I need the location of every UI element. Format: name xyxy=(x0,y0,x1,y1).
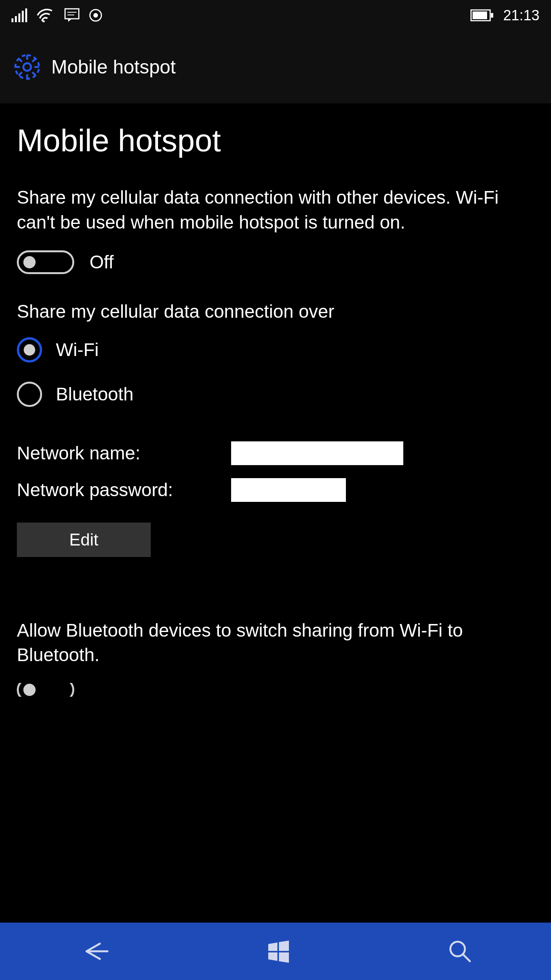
content: Mobile hotspot Share my cellular data co… xyxy=(0,103,551,697)
search-icon[interactable] xyxy=(448,939,472,964)
radio-wifi[interactable] xyxy=(17,337,42,363)
network-password-row: Network password: xyxy=(17,478,534,502)
toggle-knob xyxy=(23,684,36,696)
nav-bar xyxy=(0,923,551,980)
radio-bluetooth[interactable] xyxy=(17,382,42,407)
svg-marker-17 xyxy=(268,952,277,961)
radio-bluetooth-label: Bluetooth xyxy=(56,384,134,405)
svg-rect-3 xyxy=(22,11,24,22)
hotspot-toggle[interactable] xyxy=(17,250,74,274)
status-time: 21:13 xyxy=(503,7,540,24)
svg-rect-0 xyxy=(11,18,13,22)
network-name-label: Network name: xyxy=(17,443,231,464)
svg-point-14 xyxy=(23,63,31,71)
svg-rect-6 xyxy=(65,9,79,19)
hotspot-toggle-row: Off xyxy=(17,250,534,274)
radio-wifi-label: Wi-Fi xyxy=(56,339,99,360)
bluetooth-switch-section: Allow Bluetooth devices to switch sharin… xyxy=(17,618,534,697)
header: Mobile hotspot xyxy=(0,31,551,103)
wifi-icon xyxy=(37,8,55,22)
edit-button[interactable]: Edit xyxy=(17,523,151,557)
share-over-label: Share my cellular data connection over xyxy=(17,301,534,322)
svg-point-10 xyxy=(93,13,98,18)
bluetooth-toggle[interactable] xyxy=(17,683,74,697)
back-icon[interactable] xyxy=(79,940,109,963)
svg-marker-16 xyxy=(279,941,289,951)
toggle-knob xyxy=(23,256,36,268)
radio-wifi-row[interactable]: Wi-Fi xyxy=(17,337,534,363)
network-name-value xyxy=(231,441,403,465)
hotspot-description: Share my cellular data connection with o… xyxy=(17,185,534,235)
svg-rect-2 xyxy=(18,13,20,22)
bluetooth-toggle-row: Off xyxy=(17,683,534,697)
network-password-value xyxy=(231,478,346,502)
svg-rect-13 xyxy=(491,13,493,18)
status-bar-left xyxy=(11,8,103,23)
message-icon xyxy=(64,8,80,23)
radio-inner xyxy=(24,344,35,356)
battery-icon xyxy=(470,9,494,21)
page-title: Mobile hotspot xyxy=(17,122,534,158)
svg-marker-18 xyxy=(279,952,289,963)
network-password-label: Network password: xyxy=(17,479,231,500)
header-title: Mobile hotspot xyxy=(51,56,176,78)
svg-rect-4 xyxy=(25,8,27,22)
svg-rect-1 xyxy=(15,16,17,22)
svg-marker-15 xyxy=(268,942,277,951)
network-table: Network name: Network password: Edit xyxy=(17,441,534,557)
network-name-row: Network name: xyxy=(17,441,534,465)
hotspot-toggle-label: Off xyxy=(90,252,114,273)
radio-bluetooth-row[interactable]: Bluetooth xyxy=(17,382,534,407)
windows-icon[interactable] xyxy=(267,939,290,963)
status-bar-right: 21:13 xyxy=(470,7,540,24)
svg-rect-12 xyxy=(473,11,487,19)
status-bar: 21:13 xyxy=(0,0,551,31)
svg-line-20 xyxy=(463,954,470,961)
bluetooth-switch-label: Allow Bluetooth devices to switch sharin… xyxy=(17,618,534,668)
location-icon xyxy=(89,8,103,22)
signal-icon xyxy=(11,8,28,22)
gear-icon xyxy=(14,54,41,80)
